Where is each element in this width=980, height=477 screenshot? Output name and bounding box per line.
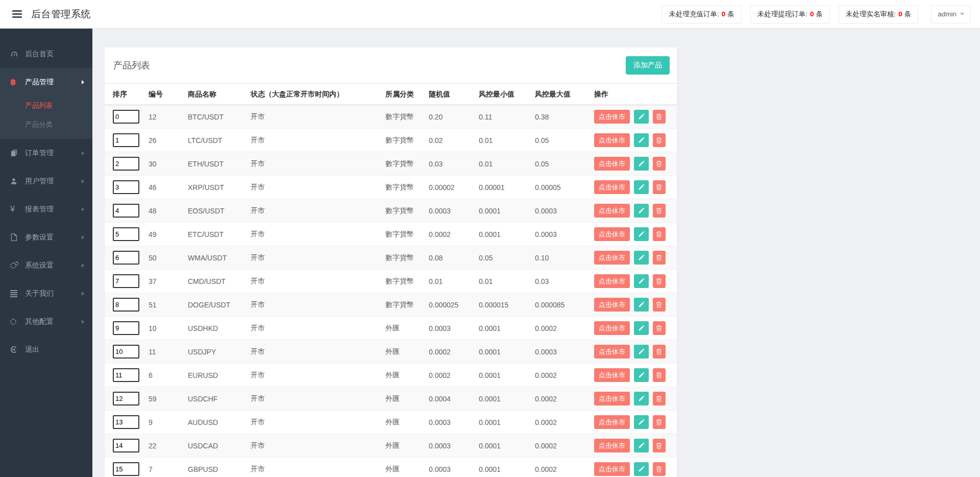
sort-input[interactable] [113, 157, 139, 171]
chevron-down-icon [960, 13, 964, 15]
sidebar-item-other-config[interactable]: 其他配置 [0, 307, 92, 336]
sort-input[interactable] [113, 298, 139, 312]
close-market-button[interactable]: 点击休市 [594, 274, 630, 288]
edit-button[interactable] [634, 298, 649, 312]
delete-button[interactable] [653, 298, 666, 312]
sidebar-item-parameter-settings[interactable]: 参数设置 [0, 223, 92, 251]
edit-button[interactable] [634, 439, 649, 452]
add-product-button[interactable]: 添加产品 [626, 56, 670, 75]
close-market-button[interactable]: 点击休市 [594, 227, 630, 241]
risk-min-value: 0.11 [479, 105, 535, 129]
delete-button[interactable] [653, 345, 666, 359]
edit-button[interactable] [634, 462, 649, 476]
app-header: 后台管理系统 未处理充值订单: 0 条 未处理提现订单: 0 条 未处理实名审核… [0, 0, 980, 29]
delete-button[interactable] [653, 392, 666, 406]
table-row: 12 BTC/USDT 开市 數字貨幣 0.20 0.11 0.38 点击休市 [105, 105, 677, 129]
close-market-button[interactable]: 点击休市 [594, 345, 630, 359]
delete-button[interactable] [653, 321, 666, 335]
sort-input[interactable] [113, 204, 139, 218]
sidebar-item-user-management[interactable]: 用户管理 [0, 167, 92, 195]
sort-input[interactable] [113, 251, 139, 265]
sort-input[interactable] [113, 110, 139, 124]
pending-withdraw-badge[interactable]: 未处理提现订单: 0 条 [750, 5, 830, 23]
pending-kyc-badge[interactable]: 未处理实名审核: 0 条 [839, 5, 918, 23]
close-market-button[interactable]: 点击休市 [594, 204, 630, 218]
sidebar-subitem-label: 产品列表 [25, 101, 53, 110]
sort-input[interactable] [113, 133, 139, 147]
sidebar-item-order-management[interactable]: 订单管理 [0, 139, 92, 167]
sidebar-item-product-list[interactable]: 产品列表 [0, 96, 92, 115]
sort-input[interactable] [113, 321, 139, 335]
delete-button[interactable] [653, 415, 666, 429]
bitcoin-icon: ฿ [10, 78, 25, 86]
close-market-button[interactable]: 点击休市 [594, 180, 630, 194]
sidebar-item-report-management[interactable]: ¥ 报表管理 [0, 195, 92, 223]
product-status: 开市 [251, 293, 385, 317]
pending-recharge-badge[interactable]: 未处理充值订单: 0 条 [662, 5, 741, 23]
close-market-button[interactable]: 点击休市 [594, 157, 630, 171]
orders-icon [10, 149, 25, 157]
sidebar-item-product-management[interactable]: ฿ 产品管理 [0, 68, 92, 96]
close-market-button[interactable]: 点击休市 [594, 110, 630, 124]
sort-input[interactable] [113, 462, 139, 476]
sort-input[interactable] [113, 415, 139, 429]
sidebar-item-about-us[interactable]: 关于我们 [0, 279, 92, 307]
delete-button[interactable] [653, 462, 666, 476]
edit-button[interactable] [634, 110, 649, 124]
edit-button[interactable] [634, 274, 649, 288]
sidebar-item-product-category[interactable]: 产品分类 [0, 115, 92, 134]
delete-button[interactable] [653, 251, 666, 265]
delete-button[interactable] [653, 133, 666, 147]
user-menu[interactable]: admin [931, 5, 971, 23]
sidebar-item-logout[interactable]: 退出 [0, 336, 92, 364]
delete-button[interactable] [653, 368, 666, 382]
risk-max-value: 0.0002 [535, 434, 594, 458]
close-market-button[interactable]: 点击休市 [594, 133, 630, 147]
delete-button[interactable] [653, 204, 666, 218]
random-value: 0.0002 [429, 364, 479, 387]
sidebar-item-dashboard[interactable]: 后台首页 [0, 40, 92, 68]
edit-button[interactable] [634, 204, 649, 218]
close-market-button[interactable]: 点击休市 [594, 368, 630, 382]
sort-input[interactable] [113, 368, 139, 382]
delete-button[interactable] [653, 110, 666, 124]
delete-button[interactable] [653, 157, 666, 171]
sort-input[interactable] [113, 439, 139, 452]
close-market-button[interactable]: 点击休市 [594, 321, 630, 335]
close-market-button[interactable]: 点击休市 [594, 462, 630, 476]
edit-button[interactable] [634, 392, 649, 406]
close-market-button[interactable]: 点击休市 [594, 415, 630, 429]
risk-min-value: 0.0001 [479, 364, 535, 387]
delete-button[interactable] [653, 439, 666, 452]
risk-max-value: 0.38 [535, 105, 594, 129]
sort-input[interactable] [113, 274, 139, 288]
delete-button[interactable] [653, 180, 666, 194]
sort-input[interactable] [113, 180, 139, 194]
close-market-button[interactable]: 点击休市 [594, 392, 630, 406]
random-value: 0.000025 [429, 293, 479, 317]
edit-button[interactable] [634, 321, 649, 335]
close-market-button[interactable]: 点击休市 [594, 251, 630, 265]
edit-button[interactable] [634, 227, 649, 241]
edit-button[interactable] [634, 345, 649, 359]
sort-input[interactable] [113, 392, 139, 406]
sort-input[interactable] [113, 345, 139, 359]
delete-button[interactable] [653, 274, 666, 288]
edit-button[interactable] [634, 180, 649, 194]
close-market-button[interactable]: 点击休市 [594, 298, 630, 312]
yen-icon: ¥ [10, 205, 25, 213]
edit-button[interactable] [634, 157, 649, 171]
edit-button[interactable] [634, 415, 649, 429]
close-market-button[interactable]: 点击休市 [594, 439, 630, 452]
sidebar-item-label: 系统设置 [25, 261, 54, 270]
trash-icon [656, 137, 662, 144]
product-id: 30 [149, 152, 188, 176]
edit-button[interactable] [634, 133, 649, 147]
sort-input[interactable] [113, 227, 139, 241]
delete-button[interactable] [653, 227, 666, 241]
edit-button[interactable] [634, 368, 649, 382]
sidebar-subitem-label: 产品分类 [25, 120, 53, 129]
sidebar-item-system-settings[interactable]: 系统设置 [0, 251, 92, 279]
hamburger-menu-icon[interactable] [11, 8, 23, 20]
edit-button[interactable] [634, 251, 649, 265]
